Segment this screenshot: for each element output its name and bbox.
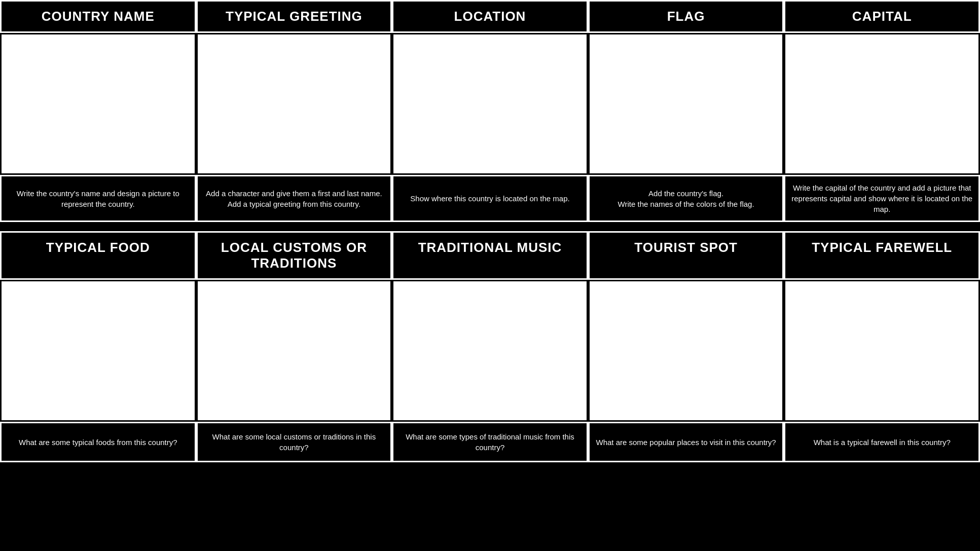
header-flag: FLAG xyxy=(588,0,784,33)
desc-local-customs: What are some local customs or tradition… xyxy=(196,422,392,462)
desc-flag: Add the country's flag.Write the names o… xyxy=(588,175,784,222)
header-typical-food: TYPICAL FOOD xyxy=(0,231,196,280)
desc-typical-greeting: Add a character and give them a first an… xyxy=(196,175,392,222)
image-tourist-spot[interactable] xyxy=(588,280,784,422)
header-local-customs: LOCAL CUSTOMS OR TRADITIONS xyxy=(196,231,392,280)
image-location[interactable] xyxy=(392,33,588,175)
desc-typical-food: What are some typical foods from this co… xyxy=(0,422,196,462)
desc-traditional-music: What are some types of traditional music… xyxy=(392,422,588,462)
desc-country-name: Write the country's name and design a pi… xyxy=(0,175,196,222)
header-typical-farewell: TYPICAL FAREWELL xyxy=(784,231,980,280)
main-grid: COUNTRY NAME TYPICAL GREETING LOCATION F… xyxy=(0,0,980,462)
header-country-name: COUNTRY NAME xyxy=(0,0,196,33)
image-country-name[interactable] xyxy=(0,33,196,175)
image-local-customs[interactable] xyxy=(196,280,392,422)
header-capital: CAPITAL xyxy=(784,0,980,33)
image-flag[interactable] xyxy=(588,33,784,175)
image-typical-farewell[interactable] xyxy=(784,280,980,422)
desc-tourist-spot: What are some popular places to visit in… xyxy=(588,422,784,462)
header-location: LOCATION xyxy=(392,0,588,33)
row-spacer xyxy=(0,222,980,231)
header-tourist-spot: TOURIST SPOT xyxy=(588,231,784,280)
image-typical-food[interactable] xyxy=(0,280,196,422)
image-traditional-music[interactable] xyxy=(392,280,588,422)
desc-typical-farewell: What is a typical farewell in this count… xyxy=(784,422,980,462)
image-capital[interactable] xyxy=(784,33,980,175)
desc-capital: Write the capital of the country and add… xyxy=(784,175,980,222)
header-typical-greeting: TYPICAL GREETING xyxy=(196,0,392,33)
image-typical-greeting[interactable] xyxy=(196,33,392,175)
header-traditional-music: TRADITIONAL MUSIC xyxy=(392,231,588,280)
desc-location: Show where this country is located on th… xyxy=(392,175,588,222)
